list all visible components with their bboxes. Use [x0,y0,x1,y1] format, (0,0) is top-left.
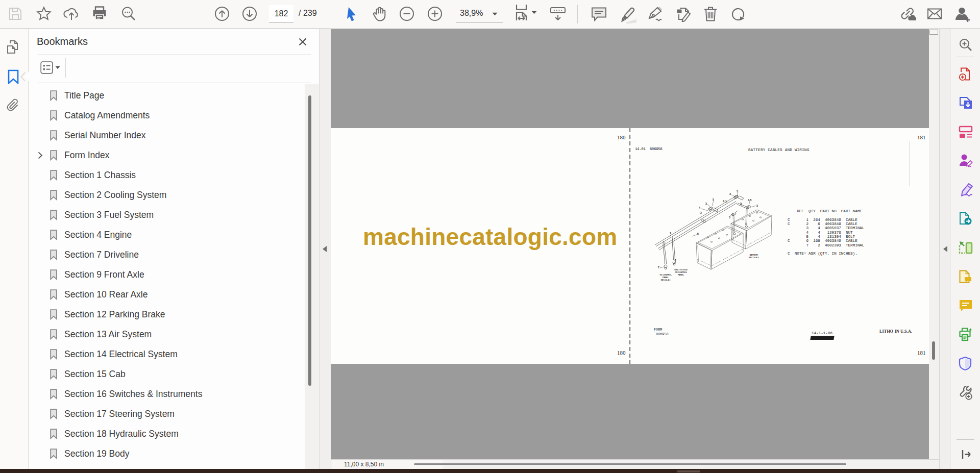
svg-text:PANEL: PANEL [663,277,669,279]
svg-text:3: 3 [729,216,730,219]
svg-text:SEC.14-4-0: SEC.14-4-0 [749,257,759,259]
svg-text:BATTERY: BATTERY [750,254,758,256]
svg-text:1: 1 [670,232,671,235]
svg-text:5: 5 [713,198,714,201]
svg-text:4-5: 4-5 [748,198,752,202]
svg-text:TO CONTROL: TO CONTROL [659,274,672,276]
svg-text:7: 7 [675,259,676,262]
svg-text:4: 4 [723,200,724,203]
svg-text:2: 2 [740,202,742,205]
svg-text:5: 5 [737,190,738,193]
svg-text:6: 6 [697,232,699,235]
svg-text:7: 7 [658,266,659,269]
svg-text:3: 3 [756,204,758,207]
svg-text:3: 3 [729,192,731,195]
svg-text:3: 3 [705,202,707,205]
svg-text:PANEL: PANEL [678,274,684,276]
svg-text:4: 4 [699,206,700,209]
svg-text:SEC.30-4-1: SEC.30-4-1 [661,279,671,281]
svg-text:GND. TO STUD: GND. TO STUD [674,269,688,271]
svg-text:ON CONTROL: ON CONTROL [675,271,688,273]
